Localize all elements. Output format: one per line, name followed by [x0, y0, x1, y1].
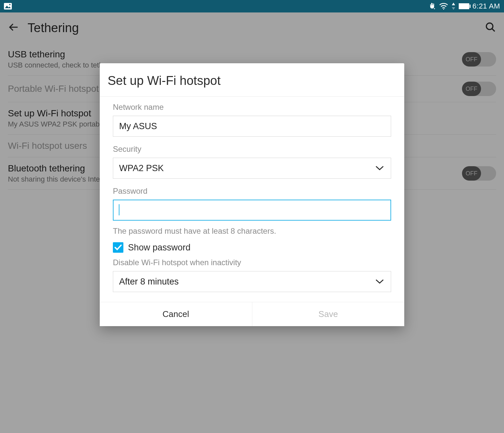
chevron-down-icon	[375, 163, 384, 173]
dialog-actions: Cancel Save	[100, 302, 404, 326]
wifi-icon	[439, 3, 448, 10]
inactivity-label: Disable Wi-Fi hotspot when inactivity	[113, 258, 391, 267]
battery-icon	[459, 3, 469, 9]
network-name-label: Network name	[113, 103, 391, 112]
svg-point-4	[443, 9, 444, 10]
dialog-title: Set up Wi-Fi hotspot	[100, 63, 404, 97]
password-hint: The password must have at least 8 charac…	[113, 226, 391, 236]
data-icon	[452, 3, 455, 10]
clock-text: 6:21 AM	[472, 2, 500, 10]
security-select[interactable]: WPA2 PSK	[113, 158, 391, 179]
photos-icon	[4, 3, 12, 10]
password-input[interactable]	[113, 200, 391, 221]
svg-rect-0	[4, 3, 12, 10]
show-password-checkbox[interactable]	[113, 242, 123, 253]
password-label: Password	[113, 187, 391, 196]
svg-marker-5	[452, 3, 455, 5]
security-label: Security	[113, 145, 391, 154]
save-button[interactable]: Save	[252, 302, 405, 326]
hand-icon	[428, 2, 436, 10]
security-value: WPA2 PSK	[119, 163, 164, 173]
status-bar: 6:21 AM	[0, 0, 504, 12]
show-password-row[interactable]: Show password	[113, 242, 391, 253]
cancel-button[interactable]: Cancel	[100, 302, 252, 326]
svg-marker-3	[434, 8, 435, 10]
wifi-hotspot-dialog: Set up Wi-Fi hotspot Network name Securi…	[100, 63, 404, 326]
network-name-input[interactable]	[113, 116, 391, 137]
show-password-label: Show password	[128, 243, 191, 253]
svg-point-2	[9, 4, 10, 5]
inactivity-select[interactable]: After 8 minutes	[113, 271, 391, 292]
chevron-down-icon	[375, 277, 384, 287]
inactivity-value: After 8 minutes	[119, 277, 179, 287]
svg-marker-6	[452, 7, 455, 10]
